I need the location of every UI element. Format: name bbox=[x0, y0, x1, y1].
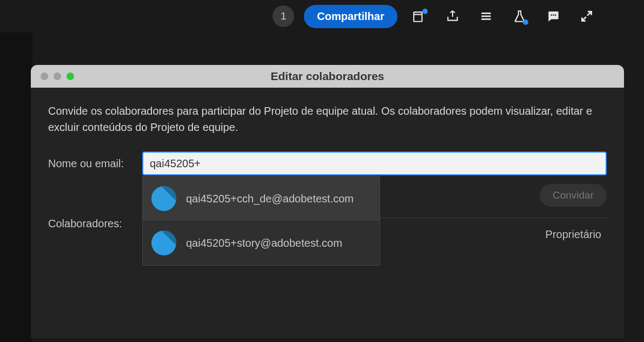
svg-point-5 bbox=[550, 15, 552, 16]
expand-icon[interactable] bbox=[575, 4, 599, 28]
badge-count: 1 bbox=[281, 10, 287, 22]
dialog-titlebar: Editar colaboradores bbox=[31, 65, 624, 88]
minimize-icon[interactable] bbox=[54, 73, 61, 80]
window-controls bbox=[41, 73, 74, 80]
avatar-icon bbox=[151, 231, 176, 255]
left-sidebar bbox=[0, 32, 32, 342]
close-icon[interactable] bbox=[41, 73, 48, 80]
invite-button[interactable]: Convidar bbox=[540, 184, 607, 207]
queue-icon[interactable] bbox=[474, 4, 498, 28]
svg-point-7 bbox=[555, 15, 556, 16]
comment-icon[interactable] bbox=[541, 4, 565, 28]
maximize-icon[interactable] bbox=[67, 73, 74, 80]
notification-badge[interactable]: 1 bbox=[273, 5, 294, 27]
input-wrapper: qai45205+cch_de@adobetest.com qai45205+s… bbox=[142, 152, 607, 175]
avatar-icon bbox=[151, 186, 176, 211]
top-toolbar: 1 Compartilhar bbox=[0, 0, 644, 32]
suggestion-item[interactable]: qai45205+cch_de@adobetest.com bbox=[143, 176, 380, 221]
dialog-description: Convide os colaboradores para participar… bbox=[48, 103, 607, 135]
edit-collaborators-dialog: Editar colaboradores Convide os colabora… bbox=[31, 65, 624, 338]
suggestion-email: qai45205+cch_de@adobetest.com bbox=[186, 193, 354, 205]
collaborators-label: Colaboradores: bbox=[48, 218, 134, 251]
collaborator-role: Proprietário bbox=[546, 228, 607, 241]
svg-rect-0 bbox=[414, 12, 422, 21]
suggestion-email: qai45205+story@adobetest.com bbox=[186, 237, 342, 249]
beaker-icon[interactable] bbox=[508, 4, 532, 28]
name-email-input[interactable] bbox=[142, 152, 607, 175]
dialog-title: Editar colaboradores bbox=[270, 70, 384, 83]
cloud-library-icon[interactable] bbox=[407, 4, 431, 28]
dialog-body: Convide os colaboradores para participar… bbox=[31, 88, 624, 251]
name-email-label: Nome ou email: bbox=[48, 157, 134, 170]
export-icon[interactable] bbox=[441, 4, 464, 28]
name-email-row: Nome ou email: qai45205+cch_de@adobetest… bbox=[48, 152, 607, 175]
suggestion-item[interactable]: qai45205+story@adobetest.com bbox=[143, 221, 380, 265]
notification-dot-icon bbox=[523, 19, 528, 25]
share-button[interactable]: Compartilhar bbox=[304, 5, 397, 28]
svg-point-6 bbox=[553, 15, 554, 16]
autocomplete-dropdown: qai45205+cch_de@adobetest.com qai45205+s… bbox=[142, 176, 380, 266]
notification-dot-icon bbox=[422, 9, 428, 14]
